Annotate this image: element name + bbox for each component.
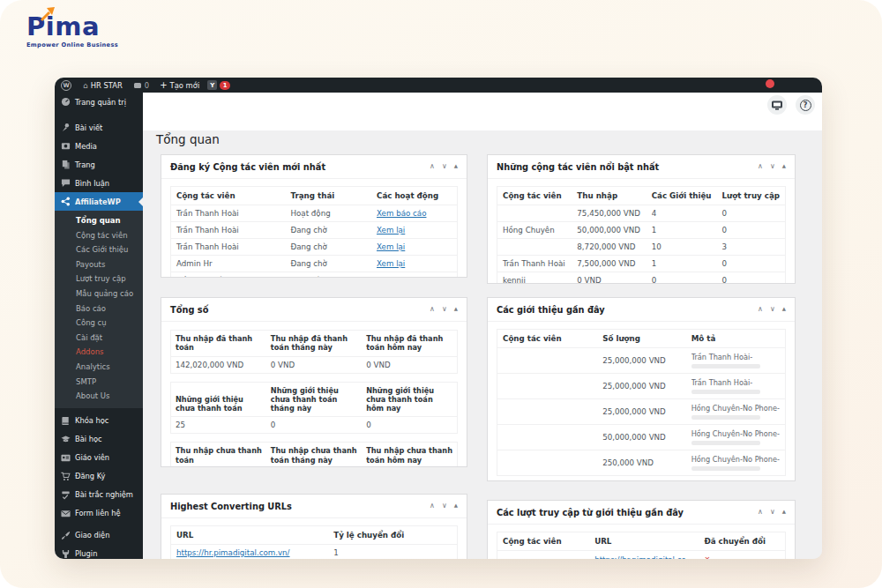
sidebar-item-posts[interactable]: Bài viết bbox=[55, 118, 143, 137]
blurred-text bbox=[691, 390, 760, 394]
widget-collapse-button[interactable]: ▲ bbox=[782, 510, 786, 515]
submenu-item-visits[interactable]: Lượt truy cập bbox=[55, 272, 143, 287]
column-header: Các hoạt động bbox=[371, 187, 458, 205]
screen-options-button[interactable] bbox=[767, 95, 787, 115]
home-icon: ⌂ bbox=[83, 81, 88, 90]
action-link[interactable]: Xem lại bbox=[377, 259, 405, 268]
table-row: Hồng Chuyên50,000,000 VND10 bbox=[497, 222, 786, 239]
action-link[interactable]: Xem lại bbox=[377, 226, 405, 234]
comment-bubble-icon bbox=[134, 83, 141, 88]
widget-move-down-button[interactable]: ∨ bbox=[442, 306, 447, 313]
panel-header: Tổng số ∧ ∨ ▲ bbox=[161, 298, 467, 322]
recent-visits-table: Cộng tác viên URL Đã chuyển đổi https://… bbox=[497, 532, 786, 559]
submenu-item-affiliates[interactable]: Cộng tác viên bbox=[55, 228, 143, 243]
widget-move-up-button[interactable]: ∧ bbox=[430, 163, 435, 170]
submenu-item-tools[interactable]: Công cụ bbox=[55, 316, 143, 331]
blurred-text bbox=[691, 415, 760, 420]
sidebar-item-courses[interactable]: Khóa học bbox=[55, 412, 143, 430]
affiliatewp-submenu: Tổng quan Cộng tác viên Các Giới thiệu P… bbox=[55, 211, 143, 408]
panel-recent-visits: Các lượt truy cập từ giới thiệu gần đây … bbox=[487, 500, 796, 559]
sidebar-item-contact-form[interactable]: Form liên hệ bbox=[55, 504, 143, 523]
sidebar-item-lessons[interactable]: Bài học bbox=[55, 430, 143, 449]
table-header-row: Thu nhập đã thanh toán Thu nhập đã thanh… bbox=[171, 331, 458, 357]
table-row: Trần Thanh Hoài7,500,000 VND10 bbox=[497, 256, 786, 272]
column-header: Cộng tác viên bbox=[497, 532, 590, 551]
latest-signups-table: Cộng tác viên Trạng thái Các hoạt động T… bbox=[170, 186, 458, 278]
table-header-row: Thu nhập chưa thanh toán Thu nhập chưa t… bbox=[171, 443, 458, 467]
sidebar-item-media[interactable]: Media bbox=[55, 137, 143, 155]
panel-highest-converting-urls: Highest Converting URLs ∧ ∨ ▲ URL Tỷ lệ … bbox=[161, 494, 467, 559]
submenu-item-payouts[interactable]: Payouts bbox=[55, 257, 143, 272]
table-row: 142,020,000 VND 0 VND 0 VND bbox=[171, 356, 458, 373]
widget-collapse-button[interactable]: ▲ bbox=[454, 307, 458, 312]
submenu-item-analytics[interactable]: Analytics bbox=[55, 360, 143, 375]
submenu-item-about[interactable]: About Us bbox=[55, 389, 143, 404]
sidebar-item-quizzes[interactable]: Bài trắc nghiệm bbox=[55, 486, 143, 504]
widget-move-down-button[interactable]: ∨ bbox=[770, 163, 775, 170]
table-header-row: Cộng tác viên Thu nhập Các Giới thiệu Lư… bbox=[497, 187, 786, 205]
widget-collapse-button[interactable]: ▲ bbox=[454, 164, 458, 169]
help-button[interactable]: ? bbox=[796, 95, 815, 115]
plus-icon: + bbox=[160, 80, 167, 90]
panel-header: Highest Converting URLs ∧ ∨ ▲ bbox=[161, 495, 467, 518]
table-row: https://hr.pimadigital.com.vn/lesson/bai… bbox=[497, 551, 786, 560]
widget-move-down-button[interactable]: ∨ bbox=[442, 502, 447, 510]
sidebar-item-plugins[interactable]: Plugin bbox=[55, 545, 143, 559]
question-mark-icon: ? bbox=[800, 100, 811, 111]
action-link[interactable]: Xem báo cáo bbox=[377, 209, 426, 218]
table-row: Hồng ChuyênHoạt độngXem báo cáo bbox=[171, 272, 458, 279]
sidebar-item-dashboard[interactable]: Trang quản trị bbox=[55, 93, 143, 111]
panel-header: Các giới thiệu gần đây ∧ ∨ ▲ bbox=[488, 298, 795, 322]
widget-collapse-button[interactable]: ▲ bbox=[454, 503, 458, 509]
referral-description: Hồng Chuyên-No Phone- bbox=[691, 404, 780, 413]
table-row: 25,000,000 VNDTrần Thanh Hoài- bbox=[497, 374, 786, 399]
submenu-item-creatives[interactable]: Mẫu quảng cáo bbox=[55, 287, 143, 301]
action-link[interactable]: Xem lại bbox=[377, 242, 405, 251]
new-content-button[interactable]: + Tạo mới bbox=[160, 80, 199, 90]
widget-collapse-button[interactable]: ▲ bbox=[782, 164, 786, 169]
table-row: 25,000,000 VNDHồng Chuyên-No Phone- bbox=[497, 399, 786, 425]
seo-plugin-icon[interactable]: Y bbox=[207, 80, 217, 90]
widget-collapse-button[interactable]: ▲ bbox=[782, 307, 786, 312]
column-header: Các Giới thiệu bbox=[647, 187, 717, 205]
submenu-item-referrals[interactable]: Các Giới thiệu bbox=[55, 242, 143, 257]
table-header-row: URL Tỷ lệ chuyển đổi bbox=[171, 526, 458, 545]
submenu-item-overview[interactable]: Tổng quan bbox=[55, 213, 143, 228]
submenu-item-smtp[interactable]: SMTP bbox=[55, 375, 143, 390]
sidebar-item-appearance[interactable]: Giao diện bbox=[55, 526, 143, 545]
submenu-item-settings[interactable]: Cài đặt bbox=[55, 331, 143, 346]
table-row: 25,000,000 VNDTrần Thanh Hoài- bbox=[497, 348, 786, 374]
panel-title: Các giới thiệu gần đây bbox=[497, 305, 751, 315]
wordpress-logo-icon[interactable]: W bbox=[61, 80, 71, 91]
submenu-item-addons[interactable]: Addons bbox=[55, 345, 143, 360]
widget-move-down-button[interactable]: ∨ bbox=[770, 306, 775, 313]
visit-url-link[interactable]: https://hr.pimadigital.com.vn/lesson/bai… bbox=[594, 555, 693, 559]
sidebar-item-affiliatewp[interactable]: AffiliateWP bbox=[55, 192, 143, 211]
widget-move-up-button[interactable]: ∧ bbox=[758, 163, 763, 170]
comments-indicator[interactable] bbox=[134, 83, 141, 88]
action-link[interactable]: Xem báo cáo bbox=[377, 276, 426, 278]
table-row: 250,000 VNDHồng Chuyên-No Phone- bbox=[497, 450, 786, 476]
submenu-item-reports[interactable]: Báo cáo bbox=[55, 301, 143, 316]
referral-description: Trần Thanh Hoài- bbox=[691, 353, 780, 361]
site-name-link[interactable]: ⌂ HR STAR bbox=[83, 81, 123, 90]
widget-move-up-button[interactable]: ∧ bbox=[758, 306, 763, 313]
widget-move-up-button[interactable]: ∧ bbox=[430, 502, 435, 510]
widget-move-up-button[interactable]: ∧ bbox=[430, 306, 435, 313]
blurred-text bbox=[691, 364, 760, 368]
widget-move-down-button[interactable]: ∨ bbox=[442, 163, 447, 170]
url-link[interactable]: https://hr.pimadigital.com.vn/ bbox=[176, 548, 290, 557]
panel-title: Các lượt truy cập từ giới thiệu gần đây bbox=[497, 508, 751, 517]
panel-totals: Tổng số ∧ ∨ ▲ Thu nhập đã thanh toán Thu… bbox=[161, 297, 467, 467]
unpaid-earnings-stats: Thu nhập chưa thanh toán Thu nhập chưa t… bbox=[170, 442, 458, 467]
logo-arrow-icon bbox=[40, 7, 56, 26]
sidebar-item-comments[interactable]: Bình luận bbox=[55, 174, 143, 192]
widget-move-down-button[interactable]: ∨ bbox=[770, 509, 775, 516]
sidebar-item-registrations[interactable]: Đăng Ký bbox=[55, 467, 143, 486]
table-header-row: Những giới thiệu chưa thanh toán Những g… bbox=[171, 382, 458, 417]
table-row: Admin HrĐang chờXem lại bbox=[171, 256, 458, 272]
sidebar-item-pages[interactable]: Trang bbox=[55, 155, 143, 174]
widget-move-up-button[interactable]: ∧ bbox=[758, 509, 763, 516]
table-header-row: Cộng tác viên Trạng thái Các hoạt động bbox=[171, 187, 458, 205]
sidebar-item-teachers[interactable]: Giáo viên bbox=[55, 449, 143, 467]
